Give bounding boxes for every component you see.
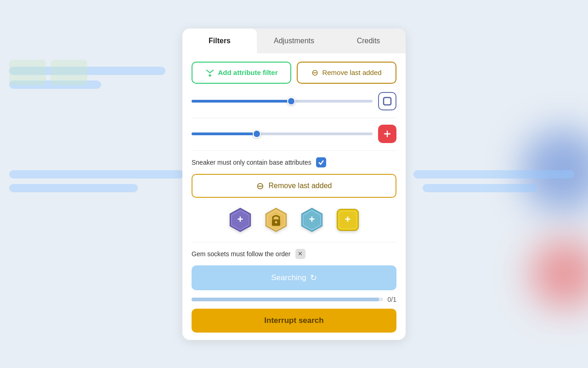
searching-button[interactable]: Searching ↻	[192, 265, 396, 290]
gem-order-row: Gem sockets must follow the order ✕	[192, 249, 396, 259]
socket-square-shape: +	[334, 207, 361, 233]
svg-text:+: +	[345, 213, 351, 225]
svg-text:+: +	[237, 213, 243, 225]
svg-point-11	[275, 221, 277, 223]
tab-credits[interactable]: Credits	[331, 29, 406, 53]
socket-gold-lock[interactable]	[262, 206, 290, 234]
slider-1-track[interactable]	[192, 100, 373, 103]
checkbox-label: Sneaker must only contain base attribute…	[192, 159, 311, 166]
bg-blob-red	[531, 239, 588, 308]
add-filter-icon	[205, 68, 215, 77]
divider-3	[192, 242, 396, 242]
socket-row: + +	[192, 206, 396, 234]
square-icon	[382, 96, 392, 106]
remove-last-lg-button[interactable]: ⊖ Remove last added	[192, 174, 396, 198]
interrupt-search-button[interactable]: Interrupt search	[192, 309, 396, 333]
progress-row: 0/1	[192, 296, 396, 303]
svg-rect-2	[384, 98, 391, 105]
minus-circle-icon-lg: ⊖	[256, 181, 264, 190]
add-filter-button[interactable]: Add attribute filter	[192, 62, 291, 84]
svg-text:+: +	[309, 213, 315, 225]
socket-yellow-square[interactable]: +	[334, 206, 362, 234]
divider-1	[192, 118, 396, 118]
divider-2	[192, 150, 396, 151]
slider-row-1	[192, 92, 396, 110]
top-btn-row: Add attribute filter ⊖ Remove last added	[192, 62, 396, 84]
main-panel: Filters Adjustments Credits Add attribut…	[182, 29, 406, 340]
checkbox-row: Sneaker must only contain base attribute…	[192, 157, 396, 167]
tab-adjustments[interactable]: Adjustments	[257, 29, 331, 53]
progress-bar	[192, 298, 383, 301]
bg-strip-3	[9, 170, 184, 178]
gem-order-label: Gem sockets must follow the order	[192, 250, 291, 258]
socket-gold-shape	[263, 207, 289, 233]
socket-purple[interactable]: +	[226, 206, 254, 234]
minus-circle-icon-sm: ⊖	[311, 69, 318, 77]
plus-icon-red	[383, 129, 392, 138]
socket-blue-shape: +	[299, 207, 325, 233]
tabs-container: Filters Adjustments Credits	[182, 29, 406, 53]
remove-last-sm-button[interactable]: ⊖ Remove last added	[297, 62, 396, 84]
socket-blue[interactable]: +	[298, 206, 326, 234]
checkmark-icon	[318, 159, 324, 166]
bg-block-1	[9, 60, 46, 85]
socket-purple-shape: +	[227, 207, 254, 233]
slider-2-icon-btn[interactable]	[378, 125, 396, 143]
slider-1-icon-btn[interactable]	[378, 92, 396, 110]
bg-strip-4	[9, 184, 138, 192]
checkbox-input[interactable]	[316, 157, 326, 167]
slider-2-track[interactable]	[192, 132, 373, 135]
bg-strip-6	[423, 184, 537, 192]
tab-filters[interactable]: Filters	[182, 29, 257, 53]
bg-block-2	[51, 60, 87, 85]
bg-strip-5	[413, 170, 574, 178]
slider-row-2	[192, 125, 396, 143]
progress-label: 0/1	[388, 296, 396, 303]
searching-spinner: ↻	[310, 273, 317, 283]
gem-order-x-badge[interactable]: ✕	[295, 249, 305, 259]
